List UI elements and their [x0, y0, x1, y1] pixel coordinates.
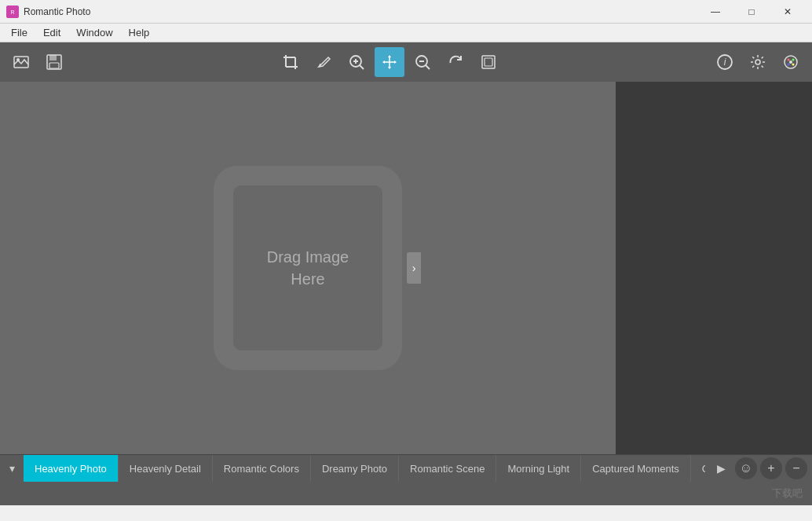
crop-tool[interactable] — [276, 47, 305, 77]
close-button[interactable]: ✕ — [770, 0, 806, 24]
tab-morning-light[interactable]: Morning Light — [496, 455, 581, 482]
svg-rect-5 — [49, 55, 57, 61]
toolbar: i — [0, 42, 812, 82]
main-area: Drag ImageHere › — [0, 82, 812, 454]
svg-text:R: R — [10, 9, 14, 15]
tab-captured-moments[interactable]: Captured Moments — [581, 455, 691, 482]
menu-help[interactable]: Help — [121, 25, 158, 40]
move-tool[interactable] — [375, 47, 404, 77]
chevron-right-icon: ▶ — [717, 462, 726, 475]
menu-bar: File Edit Window Help — [0, 24, 812, 42]
title-bar: R Romantic Photo — □ ✕ — [0, 0, 812, 24]
svg-point-29 — [788, 64, 790, 66]
tabs-bar: ▾ Heavenly Photo Heavenly Detail Romanti… — [0, 454, 812, 482]
tab-dreamy-photo[interactable]: Dreamy Photo — [311, 455, 399, 482]
chevron-right-icon: › — [412, 262, 416, 274]
svg-point-28 — [792, 59, 795, 61]
svg-rect-6 — [49, 63, 59, 68]
right-panel — [616, 82, 812, 454]
tab-romantic-scene[interactable]: Romantic Scene — [399, 455, 496, 482]
rotate-tool[interactable] — [441, 47, 470, 77]
drag-text: Drag ImageHere — [267, 246, 349, 290]
svg-line-15 — [360, 65, 364, 69]
svg-point-27 — [788, 59, 790, 61]
chevron-down-icon: ▾ — [9, 462, 15, 475]
window-title: Romantic Photo — [24, 6, 697, 17]
tab-more-button[interactable]: ▶ — [710, 457, 732, 479]
svg-rect-22 — [485, 58, 492, 66]
tab-remove-button[interactable]: − — [785, 457, 807, 479]
save-tool[interactable] — [39, 47, 69, 77]
plus-icon: + — [767, 461, 774, 475]
window-controls: — □ ✕ — [697, 0, 806, 24]
svg-point-25 — [755, 60, 760, 64]
maximize-button[interactable]: □ — [733, 0, 770, 24]
smiley-icon: ☺ — [740, 461, 752, 475]
tab-add-button[interactable]: + — [760, 457, 782, 479]
menu-window[interactable]: Window — [68, 25, 120, 40]
info-tool[interactable]: i — [710, 47, 740, 77]
canvas-area[interactable]: Drag ImageHere › — [0, 82, 616, 454]
tab-romantic-colors[interactable]: Romantic Colors — [213, 455, 311, 482]
tab-heavenly-detail[interactable]: Heavenly Detail — [119, 455, 213, 482]
tab-heavenly-photo[interactable]: Heavenly Photo — [24, 455, 119, 482]
open-image-tool[interactable] — [6, 47, 36, 77]
app-icon: R — [6, 6, 19, 18]
zoom-in-tool[interactable] — [342, 47, 371, 77]
status-bar: 下载吧 — [0, 482, 812, 505]
fit-tool[interactable] — [474, 47, 503, 77]
tab-extra[interactable]: C — [691, 455, 705, 482]
drag-drop-zone[interactable]: Drag ImageHere — [214, 166, 402, 370]
toolbar-right: i — [710, 47, 806, 77]
svg-text:i: i — [724, 57, 726, 68]
palette-tool[interactable] — [776, 47, 806, 77]
settings-tool[interactable] — [743, 47, 773, 77]
tabs-scroll-left-button[interactable]: ▾ — [0, 455, 24, 482]
zoom-out-tool[interactable] — [408, 47, 437, 77]
panel-toggle-button[interactable]: › — [407, 252, 421, 284]
svg-point-3 — [16, 58, 20, 61]
svg-line-20 — [426, 65, 430, 69]
watermark-text: 下载吧 — [772, 486, 803, 501]
tabs-right-controls: ▶ ☺ + − — [705, 457, 812, 479]
drag-inner: Drag ImageHere — [233, 185, 382, 350]
minimize-button[interactable]: — — [697, 0, 733, 24]
svg-point-31 — [789, 61, 792, 64]
minus-icon: − — [792, 461, 799, 475]
menu-file[interactable]: File — [3, 25, 35, 40]
svg-point-30 — [792, 64, 795, 66]
tabs-container: Heavenly Photo Heavenly Detail Romantic … — [24, 455, 705, 482]
tab-emoji-button[interactable]: ☺ — [735, 457, 757, 479]
pen-tool[interactable] — [309, 47, 338, 77]
menu-edit[interactable]: Edit — [35, 25, 68, 40]
